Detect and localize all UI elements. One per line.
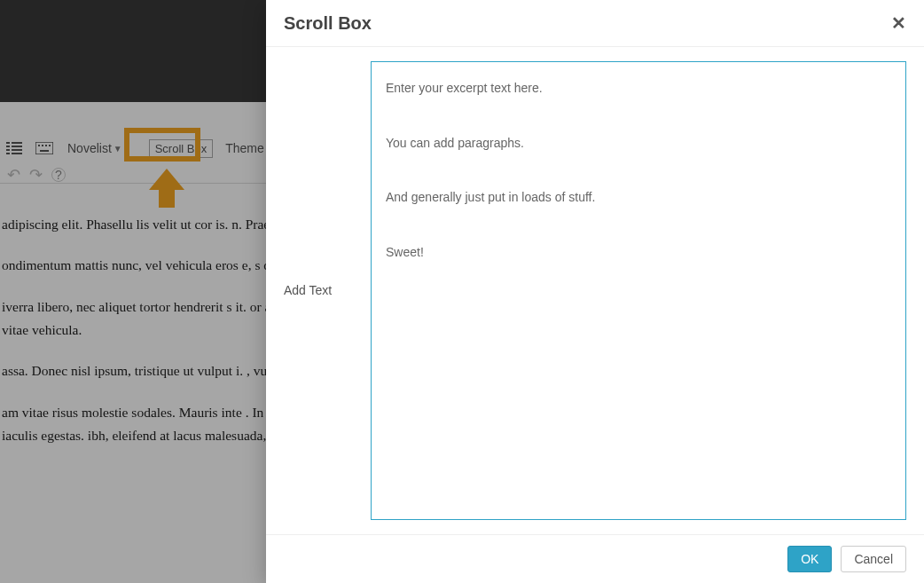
modal-title: Scroll Box xyxy=(284,13,372,34)
excerpt-textarea[interactable] xyxy=(371,61,906,520)
add-text-label: Add Text xyxy=(284,61,355,520)
ok-button[interactable]: OK xyxy=(787,546,832,572)
modal-body: Add Text xyxy=(266,47,924,534)
modal-header: Scroll Box ✕ xyxy=(266,0,924,47)
modal-footer: OK Cancel xyxy=(266,534,924,583)
cancel-button[interactable]: Cancel xyxy=(841,546,906,572)
scroll-box-modal: Scroll Box ✕ Add Text OK Cancel xyxy=(266,0,924,583)
close-icon[interactable]: ✕ xyxy=(891,12,906,34)
